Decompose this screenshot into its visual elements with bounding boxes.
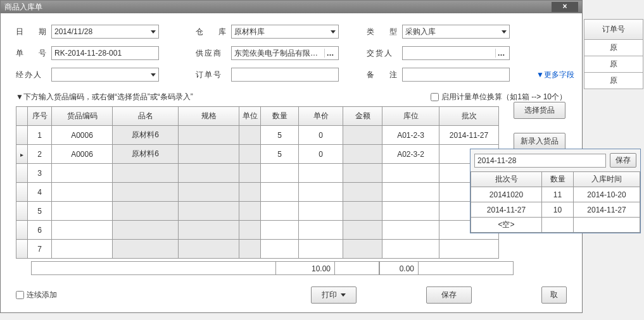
unit-conv-checkbox[interactable] — [431, 93, 439, 101]
supplier-field[interactable]: 东莞依美电子制品有限公司…… … — [231, 46, 339, 60]
popup-save-button[interactable]: 保存 — [610, 153, 636, 168]
chevron-down-icon — [341, 293, 346, 297]
dialog-footer: 连续添加 打印 保存 取 — [16, 286, 567, 304]
totals-row: 10.00 0.00 — [31, 261, 514, 275]
chevron-down-icon — [502, 30, 507, 34]
continuous-add[interactable]: 连续添加 — [16, 290, 57, 300]
items-grid[interactable]: 序号 货品编码 品名 规格 单位 数量 单价 金额 库位 批次 1A0006 原… — [16, 106, 499, 259]
batch-table[interactable]: 批次号 数量 入库时间 20141020112014-10-20 2014-11… — [470, 171, 640, 233]
hint-row: ▼下方输入货品编码，或右侧“选择货品”或“条码录入” 启用计量单位换算（如1箱 … — [1, 92, 582, 106]
docno-field[interactable]: RK-2014-11-28-001 — [51, 46, 159, 60]
batch-row[interactable]: 2014-11-27102014-11-27 — [471, 202, 640, 218]
table-row[interactable]: 5 — [16, 202, 499, 221]
ellipsis-icon[interactable]: … — [495, 49, 507, 58]
delivery-field[interactable]: … — [402, 46, 510, 60]
print-button[interactable]: 打印 — [311, 286, 357, 304]
chevron-down-icon — [331, 30, 336, 34]
save-button[interactable]: 保存 — [426, 286, 472, 304]
orderno-field[interactable] — [231, 68, 339, 82]
delivery-label: 交货人 — [367, 48, 402, 59]
batch-row[interactable]: 20141020112014-10-20 — [471, 187, 640, 202]
form-area: 日 期 2014/11/28 仓 库 原材料库 类 型 采购入库 单 — [1, 13, 582, 92]
docno-label: 单 号 — [16, 48, 51, 59]
remark-label: 备 注 — [367, 70, 402, 80]
hint-text: ▼下方输入货品编码，或右侧“选择货品”或“条码录入” — [16, 92, 193, 102]
unit-conv-label: 启用计量单位换算（如1箱 --> 10个） — [441, 92, 567, 102]
handler-field[interactable] — [51, 68, 159, 82]
side-buttons: 选择货品 新录入货品 — [514, 102, 565, 150]
table-row[interactable]: 1A0006 原材料6 5 0 A01-2-32014-11-27 — [16, 126, 499, 145]
batch-input[interactable]: 2014-11-28 — [474, 154, 606, 168]
grid-header-row: 序号 货品编码 品名 规格 单位 数量 单价 金额 库位 批次 — [16, 107, 499, 126]
ellipsis-icon[interactable]: … — [324, 49, 336, 58]
remark-field[interactable] — [402, 68, 510, 82]
background-order-table: 订单号 原 原 原 — [584, 19, 643, 89]
type-label: 类 型 — [367, 27, 402, 37]
table-row[interactable]: 6 — [16, 221, 499, 240]
supplier-label: 供应商 — [196, 48, 231, 59]
warehouse-label: 仓 库 — [196, 27, 231, 37]
table-row[interactable]: 7 — [16, 240, 499, 259]
new-goods-button[interactable]: 新录入货品 — [514, 133, 565, 150]
continuous-checkbox[interactable] — [16, 291, 24, 299]
dialog-title-text: 商品入库单 — [4, 2, 42, 13]
chevron-down-icon — [151, 73, 156, 77]
more-fields-link[interactable]: ▼更多字段 — [536, 70, 574, 80]
total-amount: 0.00 — [379, 261, 419, 275]
date-label: 日 期 — [16, 27, 51, 37]
handler-label: 经办人 — [16, 70, 51, 80]
table-row[interactable]: 2A0006 原材料6 5 0 A02-3-2 — [16, 145, 499, 164]
select-goods-button[interactable]: 选择货品 — [514, 102, 565, 119]
batch-row-empty[interactable]: <空> — [471, 218, 640, 233]
type-field[interactable]: 采购入库 — [402, 25, 510, 39]
warehouse-field[interactable]: 原材料库 — [231, 25, 339, 39]
total-qty: 10.00 — [275, 261, 335, 275]
table-row[interactable]: 3 — [16, 164, 499, 183]
batch-popup: 2014-11-28 保存 批次号 数量 入库时间 20141020112014… — [470, 149, 641, 233]
dialog-titlebar: 商品入库单 × — [1, 1, 582, 13]
bg-order-header: 订单号 — [584, 20, 643, 40]
close-icon[interactable]: × — [552, 2, 578, 12]
orderno-label: 订单号 — [196, 70, 231, 80]
cancel-button[interactable]: 取 — [541, 286, 567, 304]
chevron-down-icon — [151, 30, 156, 34]
date-field[interactable]: 2014/11/28 — [51, 25, 159, 39]
table-row[interactable]: 4 — [16, 183, 499, 202]
